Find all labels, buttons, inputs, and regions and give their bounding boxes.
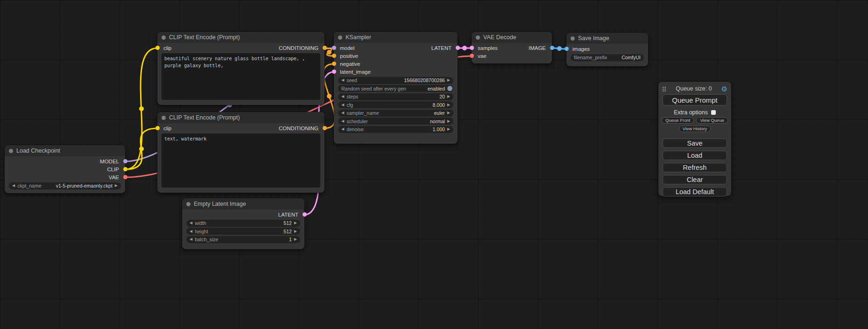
increment-arrow-icon[interactable]: ▶ [294,221,297,225]
slot-row: latent_image [334,68,458,76]
prev-arrow-icon[interactable]: ◀ [12,184,15,188]
slot-row: LATENT [182,210,304,218]
node-title-bar[interactable]: VAE Decode [472,32,552,43]
save-button[interactable]: Save [663,139,727,148]
denoise-widget[interactable]: ◀ denoise 1.000 ▶ [338,126,453,133]
node-clip-text-encode-positive[interactable]: CLIP Text Encode (Prompt) clip CONDITION… [157,32,325,105]
widget-value: 8.000 [433,102,445,108]
extra-options-checkbox[interactable] [711,110,716,115]
increment-arrow-icon[interactable]: ▶ [447,78,450,82]
increment-arrow-icon[interactable]: ▶ [294,238,297,241]
queue-front-button[interactable]: Queue Front [662,117,694,124]
drag-handle-icon[interactable] [662,86,666,91]
input-label-negative: negative [340,61,360,67]
widget-label: scheduler [346,119,368,124]
settings-gear-icon[interactable]: ⚙ [721,85,727,92]
queue-prompt-button[interactable]: Queue Prompt [663,94,727,105]
vae-output-socket[interactable] [123,175,127,179]
batch-size-widget[interactable]: ◀ batch_size 1 ▶ [186,236,300,243]
extra-options-row: Extra options [658,109,731,116]
decrement-arrow-icon[interactable]: ◀ [341,103,344,107]
increment-arrow-icon[interactable]: ▶ [447,95,450,98]
collapse-dot-icon[interactable] [162,116,166,120]
negative-prompt-textarea[interactable]: text, watermark [162,133,320,188]
steps-widget[interactable]: ◀ steps 20 ▶ [338,93,453,100]
collapse-dot-icon[interactable] [338,35,342,40]
decrement-arrow-icon[interactable]: ◀ [190,230,192,233]
collapse-dot-icon[interactable] [476,35,480,40]
width-widget[interactable]: ◀ width 512 ▶ [186,220,300,227]
seed-widget[interactable]: ◀ seed 156680208700286 ▶ [338,77,453,84]
node-save-image[interactable]: Save Image images filename_prefix ComfyU… [566,33,648,66]
vae-input-socket[interactable] [470,54,474,58]
image-output-socket[interactable] [550,46,554,50]
toggle-dot-icon[interactable] [447,86,452,91]
model-input-socket[interactable] [332,46,336,50]
decrement-arrow-icon[interactable]: ◀ [341,127,344,131]
decrement-arrow-icon[interactable]: ◀ [341,78,344,82]
node-clip-text-encode-negative[interactable]: CLIP Text Encode (Prompt) clip CONDITION… [157,112,325,193]
node-empty-latent-image[interactable]: Empty Latent Image LATENT ◀ width 512 ▶ … [182,198,304,249]
widget-label: height [195,229,208,234]
decrement-arrow-icon[interactable]: ◀ [190,238,192,241]
node-vae-decode[interactable]: VAE Decode samples IMAGE vae [472,32,552,63]
node-graph-canvas[interactable]: Load Checkpoint MODEL CLIP VAE ◀ ckpt_na… [0,0,868,329]
collapse-dot-icon[interactable] [186,202,191,206]
widget-value: normal [430,119,445,124]
node-title-bar[interactable]: Load Checkpoint [5,145,125,156]
input-label-samples: samples [478,45,498,51]
clip-output-socket[interactable] [123,167,127,171]
node-title-bar[interactable]: CLIP Text Encode (Prompt) [157,32,325,43]
decrement-arrow-icon[interactable]: ◀ [341,95,344,98]
view-queue-button[interactable]: View Queue [696,117,728,124]
latent-image-input-socket[interactable] [332,70,336,74]
ckpt-name-widget[interactable]: ◀ ckpt_name v1-5-pruned-emaonly.ckpt ▶ [9,182,121,189]
clip-input-socket[interactable] [155,126,160,130]
increment-arrow-icon[interactable]: ▶ [447,127,450,131]
cfg-widget[interactable]: ◀ cfg 8.000 ▶ [338,101,453,108]
collapse-dot-icon[interactable] [9,149,13,153]
negative-input-socket[interactable] [332,62,336,66]
prev-arrow-icon[interactable]: ◀ [341,111,344,115]
latent-output-socket[interactable] [456,46,460,50]
clear-button[interactable]: Clear [663,175,727,184]
samples-input-socket[interactable] [470,46,474,50]
next-arrow-icon[interactable]: ▶ [115,184,118,188]
scheduler-widget[interactable]: ◀ scheduler normal ▶ [338,118,453,125]
next-arrow-icon[interactable]: ▶ [447,119,450,123]
node-load-checkpoint[interactable]: Load Checkpoint MODEL CLIP VAE ◀ ckpt_na… [5,145,125,193]
widget-label: Random seed after every gen [341,86,406,91]
load-button[interactable]: Load [663,151,727,160]
filename-prefix-widget[interactable]: filename_prefix ComfyUI [571,54,644,61]
conditioning-output-socket[interactable] [323,46,327,50]
node-title: Empty Latent Image [194,201,246,207]
sampler-name-widget[interactable]: ◀ sampler_name euler ▶ [338,110,453,117]
latent-output-socket[interactable] [303,212,307,217]
clip-input-socket[interactable] [155,46,160,50]
conditioning-output-socket[interactable] [323,126,327,130]
widget-label: denoise [346,126,364,132]
height-widget[interactable]: ◀ height 512 ▶ [186,228,300,235]
node-ksampler[interactable]: KSampler model LATENT positive negative … [334,32,458,144]
node-title-bar[interactable]: Empty Latent Image [182,198,304,210]
images-input-socket[interactable] [565,47,569,51]
increment-arrow-icon[interactable]: ▶ [447,103,450,107]
prev-arrow-icon[interactable]: ◀ [341,119,344,123]
node-title-bar[interactable]: KSampler [334,32,458,43]
collapse-dot-icon[interactable] [162,35,166,40]
positive-input-socket[interactable] [332,54,336,58]
node-title-bar[interactable]: Save Image [566,33,648,44]
output-label-vae: VAE [109,175,119,180]
view-history-button[interactable]: View History [679,126,711,132]
node-title-bar[interactable]: CLIP Text Encode (Prompt) [157,112,325,123]
decrement-arrow-icon[interactable]: ◀ [190,221,192,225]
random-seed-toggle-widget[interactable]: Random seed after every gen enabled [338,85,453,92]
next-arrow-icon[interactable]: ▶ [447,111,450,115]
positive-prompt-textarea[interactable]: beautiful scenery nature glass bottle la… [162,53,320,100]
increment-arrow-icon[interactable]: ▶ [294,230,297,233]
widget-label: steps [346,94,358,99]
load-default-button[interactable]: Load Default [663,187,727,196]
refresh-button[interactable]: Refresh [663,163,727,172]
collapse-dot-icon[interactable] [571,36,575,41]
model-output-socket[interactable] [123,159,127,163]
